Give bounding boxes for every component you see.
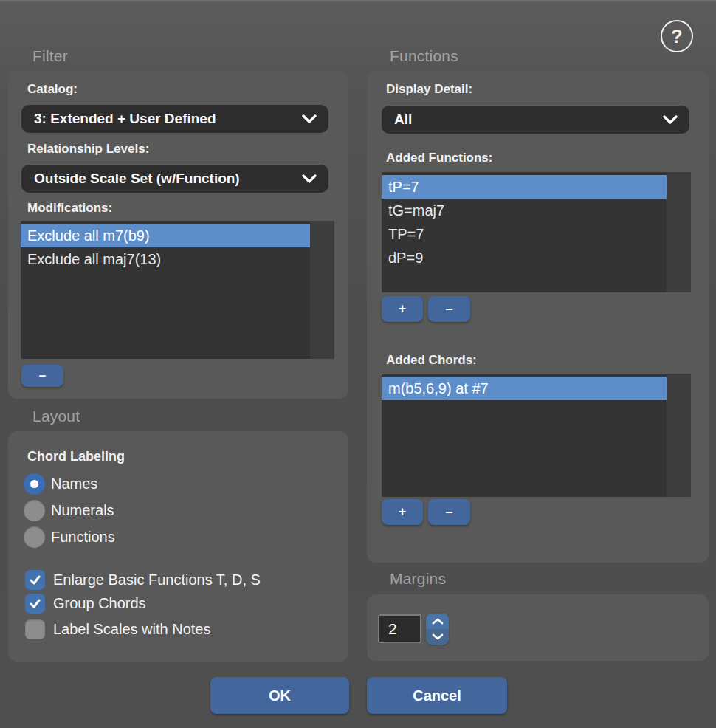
chevron-down-icon <box>663 115 678 125</box>
functions-group-title: Functions <box>390 47 458 65</box>
added-chords-list[interactable]: m(b5,6,9) at #7 <box>382 374 691 497</box>
margins-group-title: Margins <box>390 570 446 588</box>
cancel-button[interactable]: Cancel <box>367 677 507 714</box>
remove-modification-button[interactable]: – <box>21 365 63 387</box>
added-chords-buttons: + – <box>382 499 470 525</box>
chevron-down-icon <box>432 631 444 642</box>
scrollbar-track[interactable] <box>667 172 691 292</box>
chevron-up-icon <box>432 616 444 627</box>
checkbox-enlarge-basic-functions[interactable]: Enlarge Basic Functions T, D, S <box>25 570 261 590</box>
chord-labeling-label: Chord Labeling <box>27 449 125 464</box>
help-button[interactable]: ? <box>661 20 693 52</box>
add-chord-button[interactable]: + <box>382 499 423 525</box>
checkmark-icon <box>25 594 45 614</box>
chevron-down-icon <box>302 174 317 184</box>
checkbox-label: Group Chords <box>53 595 146 612</box>
list-item[interactable]: m(b5,6,9) at #7 <box>382 377 667 400</box>
radio-label: Functions <box>51 529 115 546</box>
margins-panel <box>367 594 709 661</box>
margins-stepper-up[interactable] <box>426 614 449 629</box>
relationship-levels-dropdown[interactable]: Outside Scale Set (w/Function) <box>21 165 328 193</box>
radio-option-functions[interactable]: Functions <box>24 526 115 548</box>
scrollbar-track[interactable] <box>310 221 334 359</box>
added-functions-list[interactable]: tP=7 tG=maj7 TP=7 dP=9 <box>382 172 691 292</box>
added-chords-label: Added Chords: <box>386 353 477 368</box>
radio-selected-icon <box>24 473 45 495</box>
checkmark-icon <box>25 570 45 590</box>
filter-group-title: Filter <box>32 47 68 65</box>
catalog-dropdown[interactable]: 3: Extended + User Defined <box>21 105 328 133</box>
remove-function-button[interactable]: – <box>428 296 470 322</box>
display-detail-dropdown[interactable]: All <box>382 106 689 134</box>
radio-label: Numerals <box>51 502 114 519</box>
modifications-list[interactable]: Exclude all m7(b9) Exclude all maj7(13) <box>21 221 334 359</box>
display-detail-dropdown-value: All <box>394 111 412 128</box>
remove-chord-button[interactable]: – <box>428 499 470 525</box>
relationship-levels-dropdown-value: Outside Scale Set (w/Function) <box>34 171 240 187</box>
modifications-label: Modifications: <box>27 201 112 216</box>
list-item[interactable]: Exclude all m7(b9) <box>21 224 310 247</box>
margins-stepper <box>426 614 449 645</box>
radio-unselected-icon <box>24 526 45 548</box>
scrollbar-track[interactable] <box>667 374 691 497</box>
radio-unselected-icon <box>24 500 45 521</box>
catalog-dropdown-value: 3: Extended + User Defined <box>34 111 216 127</box>
radio-option-numerals[interactable]: Numerals <box>24 500 114 521</box>
list-item[interactable]: dP=9 <box>382 246 667 269</box>
layout-panel: Chord Labeling Names Numerals Functions … <box>8 431 348 662</box>
display-detail-label: Display Detail: <box>386 82 472 97</box>
ok-button[interactable]: OK <box>210 677 349 714</box>
checkbox-label: Enlarge Basic Functions T, D, S <box>53 571 261 588</box>
list-item[interactable]: tG=maj7 <box>382 199 667 222</box>
list-item[interactable]: Exclude all maj7(13) <box>21 247 310 271</box>
functions-panel: Display Detail: All Added Functions: tP=… <box>367 71 709 563</box>
checkbox-label: Label Scales with Notes <box>53 621 210 638</box>
added-functions-label: Added Functions: <box>386 151 492 165</box>
checkbox-unchecked-icon <box>25 619 45 639</box>
radio-label: Names <box>51 475 97 492</box>
add-function-button[interactable]: + <box>382 296 423 322</box>
checkbox-group-chords[interactable]: Group Chords <box>25 594 146 614</box>
layout-group-title: Layout <box>32 408 80 425</box>
filter-panel: Catalog: 3: Extended + User Defined Rela… <box>8 71 348 399</box>
margins-value-input[interactable] <box>378 614 421 643</box>
catalog-label: Catalog: <box>27 82 78 97</box>
relationship-levels-label: Relationship Levels: <box>27 142 149 157</box>
margins-stepper-down[interactable] <box>426 629 449 645</box>
radio-option-names[interactable]: Names <box>24 473 97 495</box>
chevron-down-icon <box>302 114 317 124</box>
checkbox-label-scales-with-notes[interactable]: Label Scales with Notes <box>25 619 210 639</box>
list-item[interactable]: TP=7 <box>382 222 667 246</box>
list-item[interactable]: tP=7 <box>382 175 667 199</box>
added-functions-buttons: + – <box>382 296 470 322</box>
